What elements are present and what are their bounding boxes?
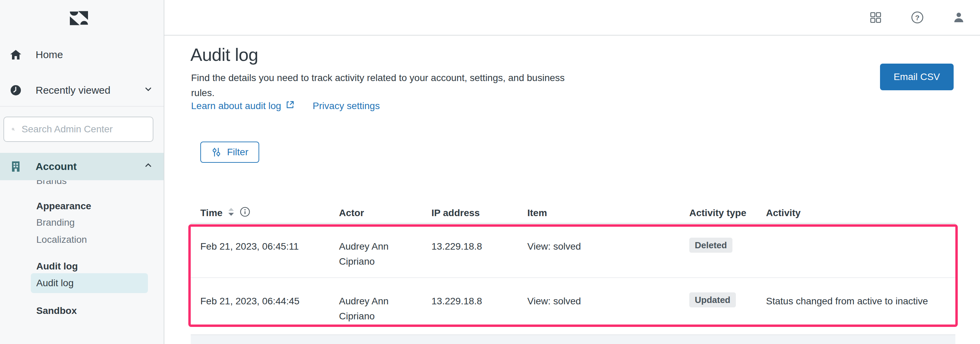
table-header: Time Actor IP address Item Activity type… <box>191 203 955 224</box>
sidebar-item-recently-viewed[interactable]: Recently viewed <box>0 81 164 99</box>
cell-actor: Audrey Ann Cipriano <box>329 294 422 324</box>
column-label: IP address <box>431 208 480 219</box>
building-icon <box>10 160 22 173</box>
cell-activity: Status changed from active to inactive <box>756 294 955 324</box>
grid-icon[interactable] <box>869 11 882 24</box>
search-icon <box>12 124 15 135</box>
cell-activity-type: Updated <box>680 292 756 324</box>
sidebar-item-brands[interactable]: Brands <box>36 180 67 186</box>
sort-icon[interactable] <box>227 207 235 220</box>
column-header-activity: Activity <box>756 208 955 219</box>
sidebar-divider <box>0 106 164 107</box>
sidebar-item-audit-log-selected[interactable]: Audit log <box>31 273 148 293</box>
sidebar-item-label: Home <box>36 49 63 60</box>
sidebar-section-account[interactable]: Account <box>0 153 164 180</box>
sidebar-item-label: Recently viewed <box>36 84 110 96</box>
svg-text:?: ? <box>915 14 920 22</box>
column-header-item: Item <box>518 208 680 219</box>
zendesk-logo-icon <box>70 11 88 25</box>
sidebar-section-label: Account <box>36 161 77 172</box>
sidebar-subnav: Brands Appearance Branding Localization … <box>0 180 163 344</box>
column-header-ip-address: IP address <box>422 208 518 219</box>
page-title: Audit log <box>190 44 258 65</box>
sidebar-header-sandbox: Sandbox <box>36 305 77 316</box>
search-input[interactable] <box>22 124 145 135</box>
table-row: Feb 21, 2023, 06:45:11 Audrey Ann Cipria… <box>191 227 955 278</box>
privacy-settings-link[interactable]: Privacy settings <box>313 100 380 111</box>
sidebar: Home Recently viewed Account <box>0 0 164 344</box>
activity-type-badge: Updated <box>689 292 736 308</box>
chevron-down-icon <box>143 84 153 97</box>
cell-actor: Audrey Ann Cipriano <box>329 239 422 269</box>
next-table-row-partial <box>191 334 955 344</box>
column-header-actor: Actor <box>329 208 422 219</box>
email-csv-button[interactable]: Email CSV <box>880 63 954 90</box>
learn-about-audit-log-link[interactable]: Learn about audit log <box>191 100 295 112</box>
column-header-activity-type: Activity type <box>680 208 756 219</box>
user-icon[interactable] <box>953 12 964 23</box>
cell-ip-address: 13.229.18.8 <box>422 294 518 324</box>
filter-button-label: Filter <box>227 147 248 158</box>
search-box <box>3 117 153 142</box>
sidebar-item-localization[interactable]: Localization <box>36 234 87 245</box>
column-label: Activity <box>766 208 800 219</box>
sidebar-item-home[interactable]: Home <box>0 46 164 63</box>
cell-time: Feb 21, 2023, 06:45:11 <box>191 239 329 269</box>
filter-sliders-icon <box>211 147 221 157</box>
home-icon <box>10 49 22 61</box>
cell-ip-address: 13.229.18.8 <box>422 239 518 269</box>
cell-time: Feb 21, 2023, 06:44:45 <box>191 294 329 324</box>
page-description: Find the details you need to track activ… <box>191 70 581 100</box>
topbar: ? <box>164 0 980 36</box>
sidebar-item-branding[interactable]: Branding <box>36 217 75 228</box>
cell-activity <box>756 239 955 269</box>
activity-type-badge: Deleted <box>689 238 732 253</box>
table-row: Feb 21, 2023, 06:44:45 Audrey Ann Cipria… <box>191 278 955 324</box>
help-icon[interactable]: ? <box>910 11 924 24</box>
info-icon[interactable] <box>240 206 250 220</box>
sidebar-header-appearance: Appearance <box>36 201 91 212</box>
link-label: Privacy settings <box>313 100 380 111</box>
column-label: Item <box>527 208 547 219</box>
clock-icon <box>10 84 22 97</box>
cell-item: View: solved <box>518 239 680 269</box>
chevron-up-icon <box>143 160 153 173</box>
filter-button[interactable]: Filter <box>200 141 259 163</box>
sidebar-header-audit-log: Audit log <box>36 261 78 272</box>
column-label: Actor <box>339 208 364 219</box>
link-label: Learn about audit log <box>191 100 281 111</box>
column-label: Activity type <box>689 208 746 219</box>
page-links: Learn about audit log Privacy settings <box>191 100 380 112</box>
cell-item: View: solved <box>518 294 680 324</box>
cell-activity-type: Deleted <box>680 238 756 269</box>
annotation-highlight-box: Feb 21, 2023, 06:45:11 Audrey Ann Cipria… <box>188 224 958 327</box>
external-link-icon <box>285 100 295 112</box>
column-header-time: Time <box>191 206 329 220</box>
column-label: Time <box>200 208 223 219</box>
